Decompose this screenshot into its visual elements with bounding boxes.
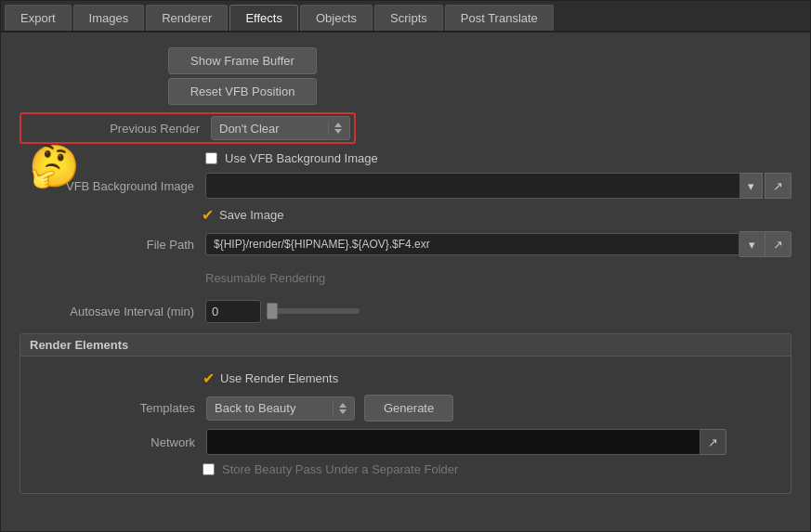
templates-dropdown-arrows [333, 401, 347, 416]
vfb-file-button[interactable]: ↗ [765, 173, 791, 199]
arrow-up-icon [334, 123, 342, 127]
tab-export[interactable]: Export [5, 5, 72, 31]
button-group: Show Frame Buffer Reset VFB Position [168, 47, 791, 105]
show-frame-buffer-button[interactable]: Show Frame Buffer [168, 47, 317, 74]
dropdown-arrows [328, 121, 342, 136]
network-input[interactable] [206, 429, 700, 455]
folder-icon: ↗ [773, 179, 783, 193]
tab-scripts[interactable]: Scripts [374, 5, 443, 31]
generate-button[interactable]: Generate [364, 395, 453, 422]
file-path-browse-button[interactable]: ↗ [765, 231, 791, 257]
autosave-interval-label: Autosave Interval (min) [20, 305, 205, 318]
use-render-elements-row: ✔ Use Render Elements [203, 370, 791, 387]
dropdown-icon: ▾ [748, 179, 754, 193]
vfb-dropdown-button[interactable]: ▾ [740, 173, 763, 199]
templates-label: Templates [20, 401, 206, 415]
tab-effects[interactable]: Effects [229, 5, 298, 31]
network-browse-icon: ↗ [708, 435, 718, 449]
file-path-row: File Path ▾ ↗ [20, 231, 791, 257]
previous-render-label: Previous Render [25, 122, 211, 136]
use-vfb-background-row: Use VFB Background Image [205, 151, 791, 165]
use-render-elements-checkmark: ✔ [203, 370, 215, 387]
autosave-slider[interactable] [267, 308, 360, 314]
checkmark-icon: ✔ [202, 206, 214, 224]
autosave-interval-row: Autosave Interval (min) [20, 298, 791, 324]
vfb-background-input[interactable] [205, 173, 740, 199]
file-path-input[interactable] [205, 233, 739, 255]
render-elements-header: Render Elements [20, 334, 791, 357]
use-render-elements-label: Use Render Elements [220, 371, 338, 385]
vfb-background-image-row: VFB Background Image ▾ ↗ [20, 173, 791, 199]
use-vfb-background-checkbox[interactable] [205, 152, 217, 164]
reset-vfb-position-button[interactable]: Reset VFB Position [168, 78, 317, 105]
vfb-input-wrap: ▾ ↗ [205, 173, 791, 199]
tab-objects[interactable]: Objects [300, 5, 373, 31]
network-label: Network [20, 435, 206, 449]
tab-renderer[interactable]: Renderer [146, 5, 228, 31]
store-beauty-pass-checkbox[interactable] [203, 463, 215, 475]
save-image-label: Save Image [219, 208, 283, 222]
templates-dropdown[interactable]: Back to Beauty [206, 396, 355, 421]
previous-render-value: Don't Clear [219, 122, 320, 136]
file-path-label: File Path [20, 238, 205, 252]
resumable-rendering-row: Resumable Rendering [20, 265, 791, 291]
tab-images[interactable]: Images [73, 5, 145, 31]
thinking-emoji: 🤔 [29, 142, 80, 190]
browse-icon: ↗ [773, 238, 783, 252]
render-elements-section: Render Elements ✔ Use Render Elements Te… [20, 333, 791, 494]
render-elements-content: ✔ Use Render Elements Templates Back to … [20, 357, 791, 484]
templates-value: Back to Beauty [215, 401, 325, 415]
network-row: Network ↗ [20, 429, 791, 455]
autosave-slider-wrap [205, 300, 360, 323]
tab-post-translate[interactable]: Post Translate [445, 5, 554, 31]
network-browse-button[interactable]: ↗ [700, 429, 726, 455]
dropdown-arrow-icon: ▾ [749, 238, 755, 252]
store-beauty-pass-label: Store Beauty Pass Under a Separate Folde… [222, 462, 458, 476]
use-vfb-background-label: Use VFB Background Image [225, 151, 378, 165]
previous-render-dropdown[interactable]: Don't Clear [211, 116, 350, 140]
templates-arrow-down-icon [339, 409, 347, 414]
store-beauty-pass-row: Store Beauty Pass Under a Separate Folde… [203, 462, 791, 476]
file-path-dropdown-button[interactable]: ▾ [739, 231, 765, 257]
templates-row: Templates Back to Beauty Generate [20, 395, 791, 422]
save-image-row: ✔ Save Image [202, 206, 791, 224]
previous-render-row: Previous Render Don't Clear [20, 112, 356, 144]
templates-arrow-up-icon [339, 403, 347, 408]
autosave-value-input[interactable] [205, 300, 261, 323]
resumable-rendering-label: Resumable Rendering [205, 271, 325, 285]
tab-bar: Export Images Renderer Effects Objects S… [1, 1, 810, 32]
arrow-down-icon [334, 129, 342, 134]
